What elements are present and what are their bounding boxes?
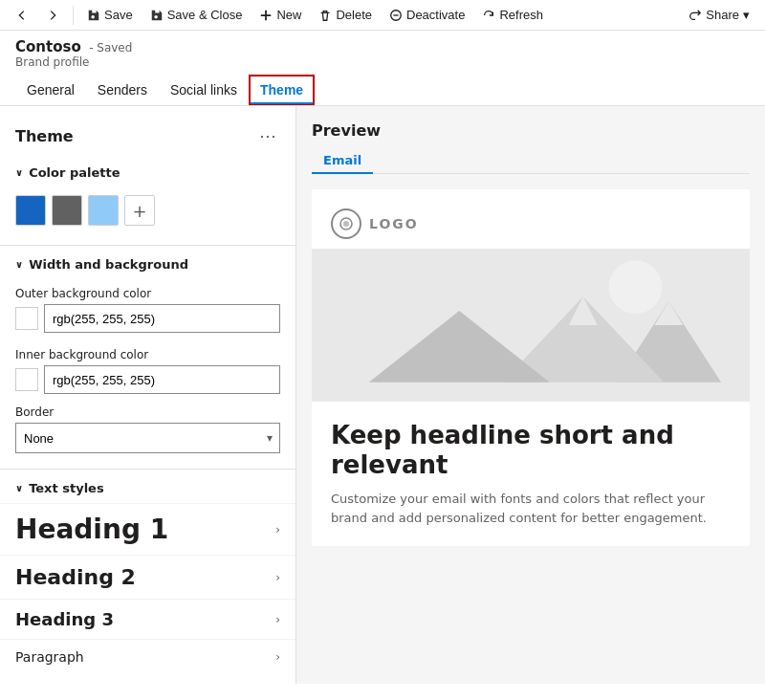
width-background-section-header[interactable]: ∨ Width and background — [0, 250, 295, 279]
hero-image-placeholder — [312, 249, 750, 402]
divider-2 — [0, 469, 295, 470]
save-close-button[interactable]: Save & Close — [142, 4, 251, 26]
border-field: Border None Solid Dashed Dotted ▾ — [0, 402, 295, 465]
inner-bg-field: Inner background color — [0, 340, 295, 402]
inner-bg-label: Inner background color — [15, 348, 280, 361]
toolbar: Save Save & Close New Delete Deactivate … — [0, 0, 765, 31]
panel-title: Theme — [15, 127, 74, 145]
outer-bg-preview[interactable] — [15, 307, 38, 330]
inner-bg-row — [15, 365, 280, 394]
text-styles-list: Heading 1 › Heading 2 › Heading 3 › Para… — [0, 503, 295, 674]
tab-bar: General Senders Social links Theme — [0, 75, 765, 106]
deactivate-button[interactable]: Deactivate — [382, 4, 472, 26]
back-button[interactable] — [8, 5, 36, 26]
logo-text: LOGO — [369, 216, 419, 231]
svg-point-4 — [609, 260, 663, 314]
header: Contoso - Saved Brand profile — [0, 31, 765, 69]
chevron-right-icon-1: › — [275, 523, 280, 536]
inner-bg-preview[interactable] — [15, 368, 38, 391]
outer-bg-label: Outer background color — [15, 287, 280, 300]
svg-point-2 — [343, 221, 349, 227]
sep-1 — [73, 6, 74, 25]
right-panel: Preview Email LOGO — [296, 106, 765, 684]
new-button[interactable]: New — [251, 4, 309, 26]
preview-tabs: Email — [312, 147, 750, 174]
logo-icon — [331, 208, 361, 239]
panel-menu-button[interactable]: ⋯ — [255, 121, 280, 150]
color-swatch-gray[interactable] — [52, 195, 82, 226]
share-button[interactable]: Share ▾ — [681, 4, 757, 26]
email-headline: Keep headline short and relevant — [331, 421, 731, 480]
paragraph-label: Paragraph — [15, 649, 84, 665]
color-palette-label: Color palette — [29, 165, 120, 180]
border-select-wrap: None Solid Dashed Dotted ▾ — [15, 423, 280, 453]
border-select[interactable]: None Solid Dashed Dotted — [15, 423, 280, 453]
heading-1-label: Heading 1 — [15, 514, 168, 545]
tab-social-links[interactable]: Social links — [159, 75, 249, 105]
page-subtitle: Brand profile — [15, 55, 750, 69]
email-body: Keep headline short and relevant Customi… — [312, 402, 750, 546]
saved-indicator: - Saved — [89, 41, 132, 55]
color-palette-section-header[interactable]: ∨ Color palette — [0, 158, 295, 187]
color-palette: + — [0, 187, 295, 241]
chevron-right-icon-2: › — [275, 571, 280, 584]
forward-button[interactable] — [38, 5, 67, 26]
app-title: Contoso — [15, 38, 81, 55]
outer-bg-row — [15, 304, 280, 333]
panel-header: Theme ⋯ — [0, 106, 295, 158]
add-color-button[interactable]: + — [124, 195, 155, 226]
border-label: Border — [15, 405, 280, 419]
paragraph-item[interactable]: Paragraph › — [0, 639, 295, 674]
outer-bg-input[interactable] — [44, 304, 280, 333]
email-preview: LOGO — [312, 189, 750, 546]
preview-tab-email[interactable]: Email — [312, 147, 373, 173]
outer-bg-field: Outer background color — [0, 279, 295, 340]
divider-1 — [0, 245, 295, 246]
heading-2-item[interactable]: Heading 2 › — [0, 555, 295, 599]
heading-2-label: Heading 2 — [15, 565, 136, 589]
chevron-down-icon-3: ∨ — [15, 483, 23, 493]
preview-title: Preview — [312, 121, 750, 140]
email-body-text: Customize your email with fonts and colo… — [331, 490, 731, 527]
refresh-button[interactable]: Refresh — [474, 4, 551, 26]
color-swatch-light-blue[interactable] — [88, 195, 119, 226]
color-swatch-blue[interactable] — [15, 195, 46, 226]
heading-3-label: Heading 3 — [15, 609, 114, 629]
tab-senders[interactable]: Senders — [86, 75, 159, 105]
chevron-right-icon-3: › — [275, 613, 280, 626]
text-styles-label: Text styles — [29, 481, 104, 495]
heading-3-item[interactable]: Heading 3 › — [0, 599, 295, 639]
email-logo-row: LOGO — [312, 189, 750, 249]
chevron-right-icon-4: › — [275, 650, 280, 664]
chevron-down-icon: ∨ — [15, 167, 23, 178]
left-panel: Theme ⋯ ∨ Color palette + ∨ Width and ba… — [0, 106, 296, 684]
delete-button[interactable]: Delete — [311, 4, 380, 26]
main-content: Theme ⋯ ∨ Color palette + ∨ Width and ba… — [0, 106, 765, 684]
width-background-label: Width and background — [29, 257, 188, 272]
tab-theme[interactable]: Theme — [249, 75, 315, 105]
breadcrumb: Contoso - Saved — [15, 38, 750, 55]
text-styles-section-header[interactable]: ∨ Text styles — [0, 473, 295, 503]
save-button[interactable]: Save — [79, 4, 141, 26]
tab-general[interactable]: General — [15, 75, 86, 105]
inner-bg-input[interactable] — [44, 365, 280, 394]
heading-1-item[interactable]: Heading 1 › — [0, 503, 295, 555]
chevron-down-icon-2: ∨ — [15, 259, 23, 270]
